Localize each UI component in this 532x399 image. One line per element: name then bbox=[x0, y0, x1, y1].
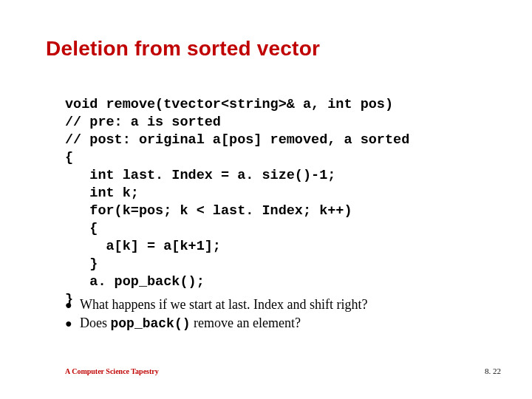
bullet-text: Does pop_back() remove an element? bbox=[80, 314, 301, 332]
bullet-text-part: remove an element? bbox=[191, 316, 301, 330]
bullet-item: ● Does pop_back() remove an element? bbox=[65, 314, 367, 332]
bullet-dot-icon: ● bbox=[65, 296, 80, 314]
slide-title: Deletion from sorted vector bbox=[46, 37, 320, 61]
bullet-text-part: Does bbox=[80, 316, 111, 330]
bullet-text: What happens if we start at last. Index … bbox=[80, 296, 367, 313]
bullet-item: ● What happens if we start at last. Inde… bbox=[65, 296, 367, 314]
slide: Deletion from sorted vector void remove(… bbox=[0, 0, 532, 399]
bullet-dot-icon: ● bbox=[65, 315, 80, 332]
page-number: 8. 22 bbox=[485, 366, 501, 375]
bullet-text-part: What happens if we start at last. Index … bbox=[80, 297, 367, 312]
footer-source: A Computer Science Tapestry bbox=[65, 367, 159, 375]
code-block: void remove(tvector<string>& a, int pos)… bbox=[65, 96, 409, 309]
bullet-code-part: pop_back() bbox=[111, 316, 191, 331]
bullet-list: ● What happens if we start at last. Inde… bbox=[65, 296, 367, 332]
